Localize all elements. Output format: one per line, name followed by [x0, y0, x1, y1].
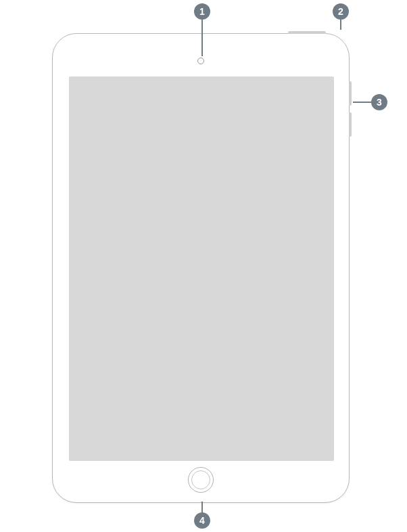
home-button-ring	[191, 470, 210, 489]
callout-badge-2: 2	[333, 3, 349, 20]
callout-number: 4	[199, 515, 205, 526]
callout-leader-2	[340, 20, 341, 30]
callout-number: 3	[377, 97, 382, 108]
front-camera	[197, 58, 204, 64]
ipad-device-outline	[52, 33, 350, 503]
callout-number: 2	[338, 6, 343, 17]
callout-badge-3: 3	[371, 94, 387, 110]
callout-number: 1	[199, 6, 205, 17]
volume-down-button	[349, 112, 352, 137]
volume-up-button	[349, 81, 352, 106]
callout-leader-4	[201, 502, 203, 512]
device-screen	[69, 76, 334, 461]
callout-badge-4: 4	[194, 512, 210, 529]
top-button	[288, 31, 326, 34]
home-button	[188, 467, 214, 493]
callout-leader-3	[353, 102, 371, 103]
callout-badge-1: 1	[194, 3, 210, 20]
callout-leader-1	[201, 20, 203, 56]
